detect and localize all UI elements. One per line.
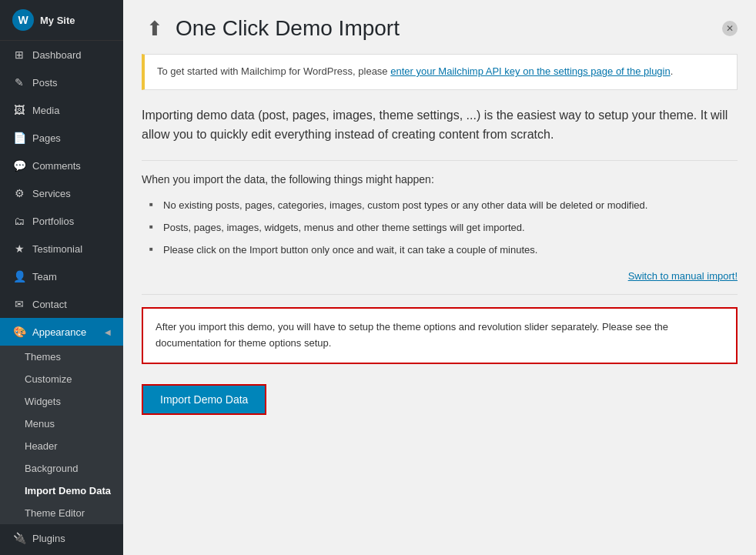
sidebar-item-comments[interactable]: 💬 Comments: [0, 152, 123, 179]
appearance-submenu: Themes Customize Widgets Menus Header Ba…: [0, 346, 123, 524]
sidebar-item-pages[interactable]: 📄 Pages: [0, 124, 123, 152]
sidebar-item-users[interactable]: 👥 Users: [0, 552, 123, 555]
sidebar-subitem-customize[interactable]: Customize: [0, 368, 123, 390]
main-content: ⬆ One Click Demo Import ✕ To get started…: [123, 0, 756, 555]
sidebar-subitem-theme-editor[interactable]: Theme Editor: [0, 502, 123, 524]
wp-logo-icon: W: [12, 9, 34, 31]
switch-to-manual-link[interactable]: Switch to manual import!: [628, 270, 738, 282]
import-demo-button[interactable]: Import Demo Data: [142, 384, 266, 415]
sidebar-item-contact[interactable]: ✉ Contact: [0, 290, 123, 318]
sidebar-item-team[interactable]: 👤 Team: [0, 262, 123, 290]
sidebar-item-posts[interactable]: ✎ Posts: [0, 69, 123, 96]
appearance-icon: 🎨: [12, 326, 26, 338]
page-title-row: ⬆ One Click Demo Import ✕: [142, 15, 738, 42]
sidebar-logo: W My Site: [0, 0, 123, 41]
sidebar-item-media[interactable]: 🖼 Media: [0, 96, 123, 124]
bullet-list: No existing posts, pages, categories, im…: [142, 195, 738, 261]
mailchimp-notice: To get started with Mailchimp for WordPr…: [142, 54, 738, 90]
switch-link-row: Switch to manual import!: [142, 270, 738, 282]
sidebar-subitem-themes[interactable]: Themes: [0, 346, 123, 368]
sidebar-item-appearance[interactable]: 🎨 Appearance ◀: [0, 318, 123, 346]
sidebar-item-plugins[interactable]: 🔌 Plugins: [0, 524, 123, 552]
posts-icon: ✎: [12, 76, 26, 89]
services-icon: ⚙: [12, 187, 26, 199]
sidebar-item-testimonial[interactable]: ★ Testimonial: [0, 235, 123, 262]
page-title: ⬆ One Click Demo Import: [142, 15, 400, 42]
portfolios-icon: 🗂: [12, 215, 26, 227]
sidebar-subitem-menus[interactable]: Menus: [0, 413, 123, 435]
sidebar-subitem-header[interactable]: Header: [0, 435, 123, 457]
bullet-item-1: No existing posts, pages, categories, im…: [149, 195, 738, 217]
mailchimp-api-link[interactable]: enter your Mailchimp API key on the sett…: [390, 65, 671, 77]
bullet-item-2: Posts, pages, images, widgets, menus and…: [149, 217, 738, 239]
media-icon: 🖼: [12, 104, 26, 116]
team-icon: 👤: [12, 270, 26, 283]
sidebar-item-services[interactable]: ⚙ Services: [0, 179, 123, 207]
site-name: My Site: [40, 15, 75, 26]
sidebar: W My Site ⊞ Dashboard ✎ Posts 🖼 Media 📄 …: [0, 0, 123, 555]
divider-1: [142, 160, 738, 161]
sidebar-subitem-background[interactable]: Background: [0, 457, 123, 480]
description-text: Importing demo data (post, pages, images…: [142, 105, 738, 145]
divider-2: [142, 294, 738, 295]
contact-icon: ✉: [12, 298, 26, 310]
dashboard-icon: ⊞: [12, 48, 26, 61]
testimonial-icon: ★: [12, 242, 26, 255]
sidebar-subitem-widgets[interactable]: Widgets: [0, 390, 123, 413]
import-section-heading: When you import the data, the following …: [142, 173, 738, 186]
import-button-row: Import Demo Data: [142, 376, 738, 415]
plugins-icon: 🔌: [12, 532, 26, 544]
sidebar-subitem-import-demo[interactable]: Import Demo Data: [0, 480, 123, 502]
pages-icon: 📄: [12, 132, 26, 144]
comments-icon: 💬: [12, 159, 26, 172]
sidebar-item-dashboard[interactable]: ⊞ Dashboard: [0, 41, 123, 69]
upload-icon: ⬆: [142, 15, 168, 42]
chevron-right-icon: ◀: [105, 328, 111, 336]
bullet-item-3: Please click on the Import button only o…: [149, 239, 738, 262]
close-button[interactable]: ✕: [722, 21, 738, 36]
warning-box: After you import this demo, you will hav…: [142, 307, 738, 364]
sidebar-item-portfolios[interactable]: 🗂 Portfolios: [0, 207, 123, 235]
